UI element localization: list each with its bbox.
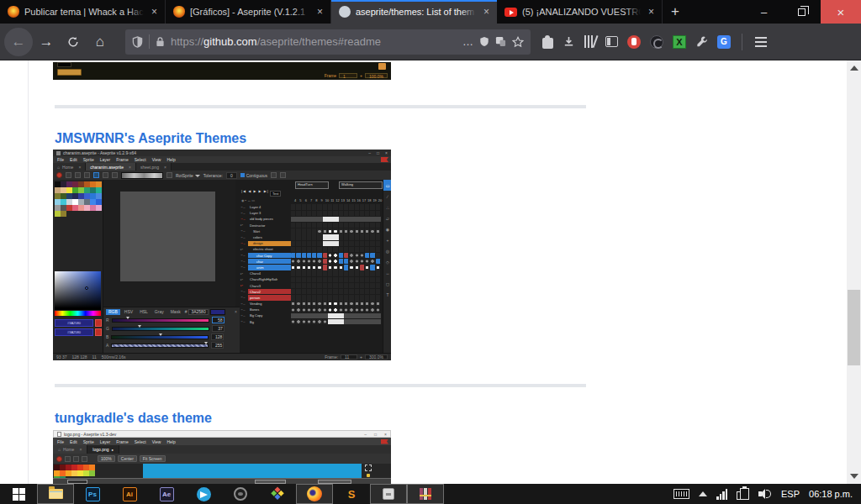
frame-cell[interactable]: [376, 307, 381, 312]
frame-cell[interactable]: [376, 283, 381, 288]
layer-row[interactable]: ◦▪↔char Copy: [240, 253, 383, 259]
palette-swatch[interactable]: [60, 470, 66, 476]
fit-screen-button[interactable]: Fit Screen: [140, 455, 166, 462]
reload-button[interactable]: [60, 29, 87, 55]
frame-cell[interactable]: [333, 259, 338, 264]
menu-item[interactable]: Select: [135, 157, 146, 162]
layer-row[interactable]: ◦▪↔Bones: [240, 307, 383, 312]
page-scrollbar[interactable]: [847, 60, 861, 484]
doc-tab[interactable]: ⌂Home×: [53, 445, 87, 454]
layer-name[interactable]: anim: [248, 265, 291, 270]
layer-row[interactable]: ◦▪↔design: [240, 240, 383, 246]
firefox-taskbar-button[interactable]: [296, 484, 333, 504]
menu-item[interactable]: Layer: [100, 157, 111, 162]
slider-value-field[interactable]: 255: [211, 342, 224, 349]
marquee-tool-icon[interactable]: ▭: [383, 180, 391, 191]
slider-track[interactable]: [111, 335, 209, 339]
pixel-art-app-taskbar-button[interactable]: [259, 484, 296, 504]
tab-close-icon[interactable]: ×: [149, 6, 160, 18]
menu-item[interactable]: Frame: [116, 439, 128, 444]
menu-item[interactable]: Sprite: [83, 439, 94, 444]
frame-cell[interactable]: [376, 295, 381, 300]
zoom-100-button[interactable]: 100%: [98, 455, 115, 462]
move-tool-icon[interactable]: ↔: [383, 267, 391, 278]
frame-numbers-row[interactable]: 4567891011121314151617181920: [293, 198, 383, 202]
menu-item[interactable]: File: [57, 439, 64, 444]
minimize-button[interactable]: –: [745, 0, 783, 24]
tray-expand-icon[interactable]: [699, 491, 707, 496]
layer-name[interactable]: Vending: [248, 301, 291, 306]
menu-hamburger-icon[interactable]: [753, 35, 769, 49]
palette-swatch[interactable]: [55, 193, 61, 199]
sublime-text-taskbar-button[interactable]: S: [333, 484, 370, 504]
slider-track[interactable]: [112, 327, 209, 331]
palette-swatch[interactable]: [90, 193, 96, 199]
doc-tab-close-icon[interactable]: ×: [164, 165, 166, 170]
slice-tool-icon[interactable]: ◇: [383, 256, 391, 267]
layer-name[interactable]: Bg Copy: [248, 313, 291, 318]
layer-name[interactable]: Bg: [248, 319, 291, 324]
extensions-puzzle-icon[interactable]: [542, 38, 553, 49]
tab-close-icon[interactable]: ×: [646, 6, 657, 18]
palette-swatch[interactable]: [78, 205, 84, 211]
layer-name[interactable]: Charv2: [248, 289, 291, 294]
frame-cell[interactable]: [376, 253, 381, 258]
palette-swatch[interactable]: [77, 470, 83, 476]
layer-name[interactable]: design: [248, 241, 291, 246]
palette-swatch[interactable]: [90, 199, 96, 205]
frame-cell[interactable]: [317, 265, 322, 270]
text-tool-icon[interactable]: T: [383, 289, 391, 300]
frame-cell[interactable]: [317, 253, 322, 258]
palette-swatch[interactable]: [89, 465, 95, 470]
palette-swatch[interactable]: [84, 181, 90, 187]
after-effects-taskbar-button[interactable]: Ae: [148, 484, 185, 504]
palette-swatch[interactable]: [55, 187, 61, 193]
tag-walking[interactable]: Walking: [339, 181, 383, 189]
layer-row[interactable]: ◦▪↔Layer 3: [240, 210, 383, 216]
battery-icon[interactable]: [740, 488, 749, 500]
layer-row[interactable]: ◦▪↔old body pieces: [240, 216, 383, 222]
palette-swatch[interactable]: [66, 193, 72, 199]
palette-swatch[interactable]: [90, 205, 96, 211]
palette-swatch[interactable]: [60, 465, 66, 470]
page-actions-button[interactable]: …: [462, 35, 473, 48]
layer-row[interactable]: ▸▪CharvRightHipSolr: [240, 276, 383, 282]
file-explorer-taskbar-button[interactable]: [37, 484, 74, 504]
frame-cell[interactable]: [376, 241, 381, 246]
frame-plus-button[interactable]: +: [360, 354, 362, 360]
language-indicator[interactable]: ESP: [781, 489, 800, 499]
aseprite-canvas[interactable]: [103, 180, 235, 307]
new-tab-button[interactable]: +: [663, 0, 688, 24]
bg-hex-swatch[interactable]: #3A2580: [55, 328, 93, 336]
scrollbar-thumb[interactable]: [848, 290, 860, 365]
layer-row[interactable]: ◦▪↔colors: [240, 234, 383, 240]
layer-row[interactable]: ◦▪↔person: [240, 295, 383, 301]
layer-row[interactable]: ◦▪↔Vending: [240, 301, 383, 307]
notes-app-taskbar-button[interactable]: [370, 484, 407, 504]
frame-cell[interactable]: [376, 223, 381, 228]
illustrator-taskbar-button[interactable]: Ai: [111, 484, 148, 504]
palette-swatch[interactable]: [78, 199, 84, 205]
playback-buttons[interactable]: |◀ ◀ ▶ ▶ ▶|: [241, 189, 269, 193]
layer-row[interactable]: ▸▪Charv3: [240, 282, 383, 288]
palette-swatch[interactable]: [55, 181, 61, 187]
slider-track[interactable]: [111, 344, 209, 348]
color-gradient-square[interactable]: [55, 271, 101, 310]
layer-name[interactable]: Layer 4: [248, 204, 291, 209]
layer-row[interactable]: ◦▪↔Bg: [240, 319, 383, 325]
spray-tool-icon[interactable]: ∴: [383, 202, 391, 213]
aseprite2-canvas[interactable]: [143, 464, 362, 478]
menu-item[interactable]: Select: [135, 439, 146, 444]
contiguous-checkbox[interactable]: Contiguous: [240, 173, 267, 178]
palette-swatch[interactable]: [72, 187, 78, 193]
browser-tab[interactable]: (5) ¡ANALIZANDO VUESTRO×: [497, 0, 663, 24]
slider-value-field[interactable]: 128: [211, 333, 224, 340]
swirl-extension-icon[interactable]: [650, 35, 663, 49]
sidebar-icon[interactable]: [605, 36, 618, 47]
palette-swatch[interactable]: [66, 470, 71, 476]
wrench-extension-icon[interactable]: [695, 35, 708, 48]
palette-swatch[interactable]: [66, 199, 72, 205]
forward-button[interactable]: →: [33, 29, 60, 55]
doc-tab[interactable]: ⌂Home×: [53, 163, 86, 171]
clock[interactable]: 06:18 p.m.: [809, 489, 853, 499]
